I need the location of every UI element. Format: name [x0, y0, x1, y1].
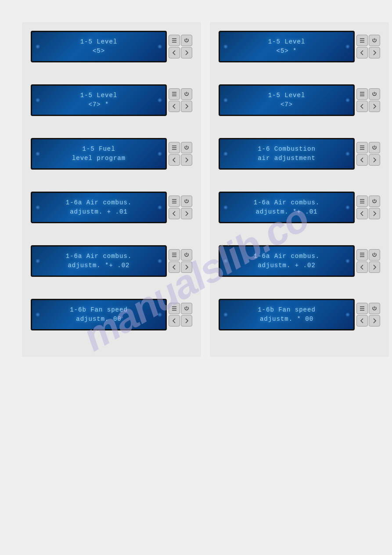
controls-top-row-card-r2	[356, 88, 380, 100]
right-button-card-l2[interactable]	[181, 101, 192, 112]
controls-card-r6	[356, 303, 380, 326]
controls-card-l3	[169, 142, 192, 166]
menu-button-card-r4[interactable]	[356, 196, 368, 207]
power-button-card-r2[interactable]	[369, 88, 380, 100]
menu-button-card-r1[interactable]	[356, 35, 368, 46]
controls-top-row-card-l3	[169, 142, 192, 153]
device-card-card-r6: 1-6b Fan speedadjustm. * 00	[219, 299, 380, 330]
device-card-card-l2: 1-5 Level<7> *	[31, 84, 192, 116]
display-screen-card-r1: 1-5 Level<5> *	[219, 31, 355, 62]
left-button-card-l6[interactable]	[169, 315, 180, 326]
right-button-card-l1[interactable]	[181, 47, 192, 58]
power-button-card-r4[interactable]	[369, 196, 380, 207]
controls-bottom-row-card-r5	[356, 261, 380, 273]
menu-button-card-l5[interactable]	[169, 249, 180, 261]
display-text-card-l4: 1-6a Air combus.adjustm. + .01	[57, 198, 140, 217]
controls-bottom-row-card-l4	[169, 208, 192, 219]
controls-bottom-row-card-l6	[169, 315, 192, 326]
power-button-card-r3[interactable]	[369, 142, 380, 153]
controls-card-l6	[169, 303, 192, 326]
controls-bottom-row-card-l2	[169, 101, 192, 112]
controls-card-r5	[356, 249, 380, 273]
power-button-card-l6[interactable]	[181, 303, 192, 314]
display-text-card-l3: 1-5 Fuellevel program	[63, 145, 134, 163]
menu-button-card-r3[interactable]	[356, 142, 368, 153]
controls-top-row-card-r5	[356, 249, 380, 261]
controls-bottom-row-card-l5	[169, 261, 192, 273]
menu-button-card-l3[interactable]	[169, 142, 180, 153]
controls-card-r4	[356, 196, 380, 219]
controls-card-l4	[169, 196, 192, 219]
left-button-card-r1[interactable]	[356, 47, 368, 58]
display-text-card-r3: 1-6 Combustionair adjustment	[249, 145, 324, 163]
display-screen-card-l4: 1-6a Air combus.adjustm. + .01	[31, 192, 167, 223]
right-button-card-r4[interactable]	[369, 208, 380, 219]
power-button-card-l1[interactable]	[181, 35, 192, 46]
left-button-card-l3[interactable]	[169, 154, 180, 166]
power-button-card-r1[interactable]	[369, 35, 380, 46]
controls-top-row-card-r4	[356, 196, 380, 207]
menu-button-card-r6[interactable]	[356, 303, 368, 314]
power-button-card-r6[interactable]	[369, 303, 380, 314]
menu-button-card-l1[interactable]	[169, 35, 180, 46]
display-screen-card-r2: 1-5 Level<7>	[219, 84, 355, 116]
power-button-card-l4[interactable]	[181, 196, 192, 207]
controls-card-l1	[169, 35, 192, 58]
display-screen-card-r4: 1-6a Air combus.adjustm. *+ .01	[219, 192, 355, 223]
right-button-card-l6[interactable]	[181, 315, 192, 326]
display-screen-card-l6: 1-6b Fan speedadjustm. 00	[31, 299, 167, 330]
right-button-card-r3[interactable]	[369, 154, 380, 166]
right-button-card-l5[interactable]	[181, 261, 192, 273]
page: 1-5 Level<5> 1-5 Level<7> * 1-5 Fuelleve…	[0, 0, 392, 379]
device-card-card-r1: 1-5 Level<5> *	[219, 31, 380, 62]
menu-button-card-l4[interactable]	[169, 196, 180, 207]
menu-button-card-r2[interactable]	[356, 88, 368, 100]
controls-top-row-card-r1	[356, 35, 380, 46]
display-text-card-r4: 1-6a Air combus.adjustm. *+ .01	[245, 198, 328, 217]
controls-card-r3	[356, 142, 380, 166]
controls-bottom-row-card-r6	[356, 315, 380, 326]
device-card-card-l6: 1-6b Fan speedadjustm. 00	[31, 299, 192, 330]
power-button-card-l3[interactable]	[181, 142, 192, 153]
left-button-card-l2[interactable]	[169, 101, 180, 112]
power-button-card-l2[interactable]	[181, 88, 192, 100]
display-screen-card-l1: 1-5 Level<5>	[31, 31, 167, 62]
display-text-card-r2: 1-5 Level<7>	[259, 91, 314, 109]
left-button-card-l1[interactable]	[169, 47, 180, 58]
right-button-card-l3[interactable]	[181, 154, 192, 166]
menu-button-card-r5[interactable]	[356, 249, 368, 261]
controls-top-row-card-l6	[169, 303, 192, 314]
controls-top-row-card-r3	[356, 142, 380, 153]
left-button-card-r6[interactable]	[356, 315, 368, 326]
device-card-card-l1: 1-5 Level<5>	[31, 31, 192, 62]
display-text-card-l5: 1-6a Air combus.adjustm. *+ .02	[57, 252, 140, 270]
controls-card-l2	[169, 88, 192, 112]
display-text-card-l2: 1-5 Level<7> *	[72, 91, 126, 109]
left-button-card-r3[interactable]	[356, 154, 368, 166]
left-button-card-l4[interactable]	[169, 208, 180, 219]
display-text-card-l6: 1-6b Fan speedadjustm. 00	[61, 305, 137, 324]
display-screen-card-l5: 1-6a Air combus.adjustm. *+ .02	[31, 245, 167, 277]
controls-top-row-card-l5	[169, 249, 192, 261]
display-text-card-r5: 1-6a Air combus.adjustm. + .02	[245, 252, 328, 270]
right-button-card-l4[interactable]	[181, 208, 192, 219]
column-right: 1-5 Level<5> * 1-5 Level<7> 1-6 Combusti…	[210, 22, 389, 357]
power-button-card-r5[interactable]	[369, 249, 380, 261]
controls-bottom-row-card-r2	[356, 101, 380, 112]
right-button-card-r1[interactable]	[369, 47, 380, 58]
right-button-card-r6[interactable]	[369, 315, 380, 326]
right-button-card-r2[interactable]	[369, 101, 380, 112]
left-button-card-r2[interactable]	[356, 101, 368, 112]
menu-button-card-l2[interactable]	[169, 88, 180, 100]
controls-top-row-card-l4	[169, 196, 192, 207]
device-card-card-r5: 1-6a Air combus.adjustm. + .02	[219, 245, 380, 277]
left-button-card-r4[interactable]	[356, 208, 368, 219]
controls-card-r2	[356, 88, 380, 112]
right-button-card-r5[interactable]	[369, 261, 380, 273]
left-button-card-l5[interactable]	[169, 261, 180, 273]
column-left: 1-5 Level<5> 1-5 Level<7> * 1-5 Fuelleve…	[22, 22, 201, 357]
power-button-card-l5[interactable]	[181, 249, 192, 261]
left-button-card-r5[interactable]	[356, 261, 368, 273]
device-card-card-l5: 1-6a Air combus.adjustm. *+ .02	[31, 245, 192, 277]
menu-button-card-l6[interactable]	[169, 303, 180, 314]
